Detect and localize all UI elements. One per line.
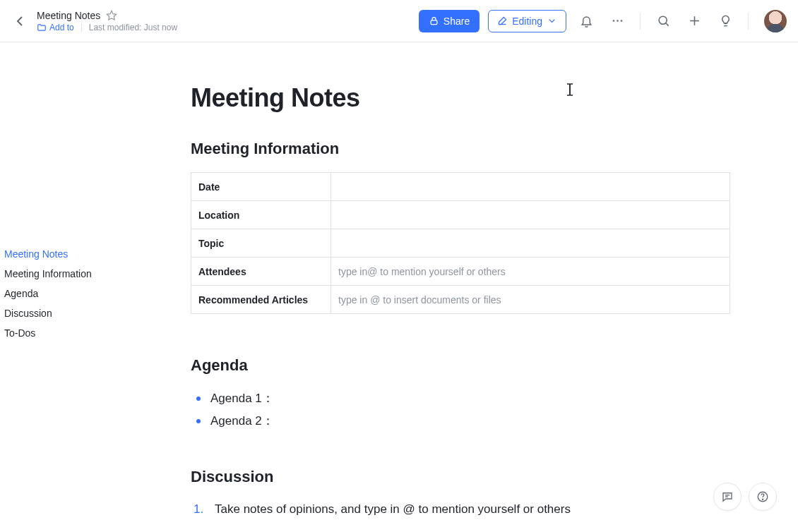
info-value-attendees[interactable]: type in@ to mention yourself or others (331, 258, 730, 286)
comments-button[interactable] (713, 483, 742, 511)
help-button[interactable] (749, 483, 777, 511)
lightbulb-icon (719, 14, 732, 28)
floating-actions (713, 483, 777, 511)
share-button[interactable]: Share (419, 10, 480, 32)
svg-rect-1 (431, 20, 437, 25)
info-label-articles[interactable]: Recommended Articles (191, 286, 331, 314)
list-item: Agenda 1： (191, 387, 730, 410)
page-title[interactable]: Meeting Notes (191, 83, 730, 113)
search-button[interactable] (652, 10, 674, 32)
table-row: Date (191, 173, 730, 201)
table-row: Topic (191, 229, 730, 258)
editing-label: Editing (512, 16, 542, 27)
lock-icon (429, 16, 439, 26)
heading-discussion[interactable]: Discussion (191, 468, 730, 486)
svg-point-5 (659, 16, 667, 24)
discussion-list[interactable]: Take notes of opinions, and type in @ to… (191, 499, 730, 520)
svg-marker-0 (107, 11, 117, 20)
outline-panel: Meeting Notes Meeting Information Agenda… (0, 42, 141, 532)
outline-item-discussion[interactable]: Discussion (4, 306, 141, 320)
outline-item-meeting-notes[interactable]: Meeting Notes (4, 247, 141, 261)
info-value-date[interactable] (331, 173, 730, 201)
comment-icon (721, 490, 734, 503)
discussion-item-text[interactable]: Take notes of opinions, and type in @ to… (215, 499, 571, 520)
folder-icon (37, 23, 47, 32)
plus-icon (688, 14, 701, 28)
list-item: Agenda 2： (191, 410, 730, 433)
svg-point-12 (762, 499, 763, 500)
title-block: Meeting Notes Add to Last modified: Just… (37, 10, 177, 32)
info-value-location[interactable] (331, 201, 730, 229)
info-label-date[interactable]: Date (191, 173, 331, 201)
info-value-articles[interactable]: type in @ to insert documents or files (331, 286, 730, 314)
meeting-info-table[interactable]: Date Location Topic Attendees type in@ t… (191, 172, 730, 314)
back-button[interactable] (11, 13, 28, 30)
app-header: Meeting Notes Add to Last modified: Just… (0, 0, 798, 42)
text-cursor-icon (565, 83, 575, 96)
table-row: Recommended Articles type in @ to insert… (191, 286, 730, 314)
info-label-attendees[interactable]: Attendees (191, 258, 331, 286)
bell-icon (580, 14, 593, 28)
more-horizontal-icon (611, 14, 624, 28)
heading-agenda[interactable]: Agenda (191, 356, 730, 375)
agenda-list[interactable]: Agenda 1： Agenda 2： (191, 387, 730, 433)
info-label-location[interactable]: Location (191, 201, 331, 229)
svg-point-4 (620, 20, 622, 22)
chevron-down-icon (547, 16, 557, 26)
list-item: Take notes of opinions, and type in @ to… (191, 499, 730, 520)
header-divider (640, 13, 641, 30)
svg-point-2 (612, 20, 614, 22)
help-icon (756, 490, 769, 503)
more-button[interactable] (606, 10, 629, 32)
svg-line-6 (666, 23, 669, 26)
share-label: Share (443, 16, 470, 27)
agenda-item-text[interactable]: Agenda 2： (210, 410, 274, 433)
outline-item-meeting-information[interactable]: Meeting Information (4, 267, 141, 281)
search-icon (657, 14, 670, 28)
document-editor[interactable]: Meeting Notes Meeting Information Date L… (141, 42, 798, 532)
add-to-label: Add to (49, 23, 74, 32)
svg-point-3 (617, 20, 619, 22)
editing-mode-button[interactable]: Editing (488, 10, 566, 32)
agenda-item-text[interactable]: Agenda 1： (210, 387, 274, 410)
info-value-topic[interactable] (331, 229, 730, 258)
info-label-topic[interactable]: Topic (191, 229, 331, 258)
new-button[interactable] (683, 10, 705, 32)
header-divider (748, 13, 749, 30)
divider (81, 23, 82, 32)
last-modified: Last modified: Just now (89, 23, 177, 32)
ideas-button[interactable] (714, 10, 737, 32)
outline-item-agenda[interactable]: Agenda (4, 286, 141, 301)
star-icon[interactable] (106, 10, 117, 21)
heading-meeting-information[interactable]: Meeting Information (191, 140, 730, 158)
pencil-icon (497, 16, 508, 26)
outline-item-todos[interactable]: To-Dos (4, 326, 141, 340)
table-row: Location (191, 201, 730, 229)
notifications-button[interactable] (575, 10, 597, 32)
add-to-button[interactable]: Add to (37, 23, 74, 32)
doc-title[interactable]: Meeting Notes (37, 10, 100, 21)
table-row: Attendees type in@ to mention yourself o… (191, 258, 730, 286)
user-avatar[interactable] (764, 10, 787, 32)
